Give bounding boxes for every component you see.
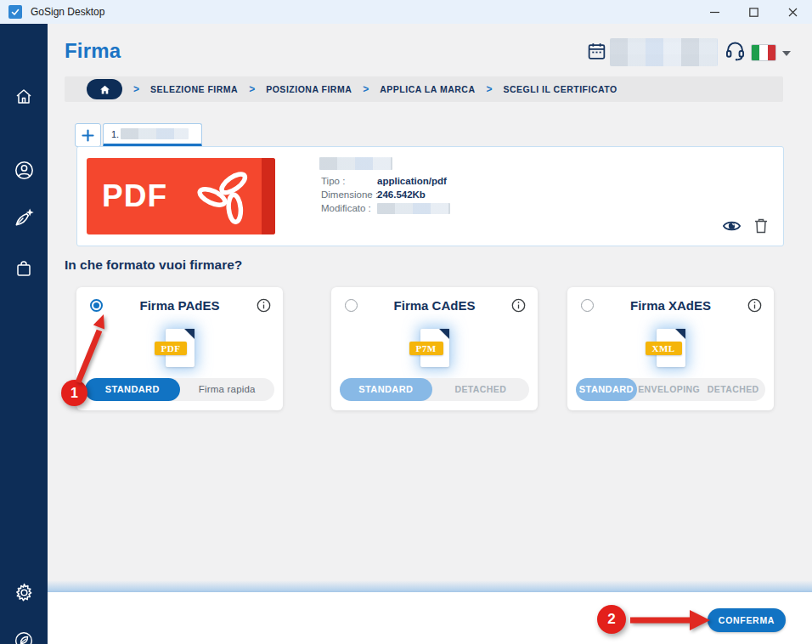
pades-info-icon[interactable]: [257, 298, 271, 313]
format-card-xades: Firma XAdES XML STANDARD ENVELOPING DETA…: [567, 287, 774, 410]
support-headset-icon[interactable]: [724, 39, 747, 62]
annotation-arrow-2: [610, 602, 716, 639]
app-logo-icon: [8, 5, 22, 19]
document-tab-1[interactable]: 1.: [103, 123, 202, 147]
cades-doc-badge: P7M: [409, 342, 443, 355]
pdf-preview-icon: PDF: [87, 158, 275, 234]
close-button[interactable]: [773, 0, 812, 24]
format-card-cades: Firma CAdES P7M STANDARD DETACHED: [331, 287, 538, 410]
file-size-label: Dimensione :: [321, 189, 378, 200]
tab-label: 1.: [111, 129, 119, 139]
breadcrumb-separator: [486, 83, 492, 95]
sidebar-nav: [0, 24, 48, 644]
xades-doc-icon: XML: [567, 321, 774, 374]
breadcrumb-item-scegli-il-certificato[interactable]: SCEGLI IL CERTIFICATO: [503, 84, 617, 94]
file-modified-label: Modificato :: [321, 203, 371, 213]
breadcrumb-item-posiziona-firma[interactable]: POSIZIONA FIRMA: [266, 84, 352, 94]
breadcrumb-item-selezione-firma[interactable]: SELEZIONE FIRMA: [150, 84, 238, 94]
cades-radio[interactable]: [345, 299, 358, 312]
calendar-icon[interactable]: [586, 41, 607, 62]
cades-info-icon[interactable]: [511, 298, 526, 313]
document-info-card: PDF Tipo : application/pdf Dimensione : …: [76, 146, 784, 246]
xades-info-icon[interactable]: [747, 298, 762, 313]
signature-pen-icon[interactable]: [10, 204, 37, 231]
format-question-heading: In che formato vuoi firmare?: [65, 257, 242, 273]
shopping-bag-icon[interactable]: [10, 255, 37, 282]
cades-doc-icon: P7M: [331, 321, 538, 374]
cades-option-track: STANDARD DETACHED: [340, 378, 529, 401]
language-dropdown-caret[interactable]: [782, 51, 791, 56]
filename-blurred: [319, 157, 392, 170]
xades-title: Firma XAdES: [594, 298, 747, 313]
preview-eye-icon[interactable]: [723, 219, 741, 233]
title-bar: GoSign Desktop: [0, 0, 812, 24]
pdf-logo-text: PDF: [102, 178, 167, 214]
eco-leaf-icon[interactable]: [10, 627, 37, 644]
home-icon[interactable]: [10, 83, 37, 110]
settings-gear-icon[interactable]: [10, 579, 37, 606]
user-profile-icon[interactable]: [10, 156, 37, 184]
language-flag-italy[interactable]: [751, 44, 776, 61]
file-size-value: 246.542Kb: [377, 189, 426, 200]
breadcrumb-home-icon[interactable]: [87, 79, 122, 99]
pades-option-firma-rapida[interactable]: Firma rapida: [180, 378, 275, 401]
cades-option-standard[interactable]: STANDARD: [340, 378, 432, 401]
file-type-label: Tipo :: [321, 176, 345, 186]
xades-option-track: STANDARD ENVELOPING DETACHED: [576, 378, 765, 401]
page-title: Firma: [65, 39, 121, 63]
adobe-ribbon-icon: [187, 158, 265, 234]
pades-title: Firma PAdES: [103, 298, 257, 313]
window-title: GoSign Desktop: [31, 6, 104, 18]
breadcrumb-item-applica-la-marca[interactable]: APPLICA LA MARCA: [380, 84, 475, 94]
cades-title: Firma CAdES: [358, 298, 511, 313]
xades-doc-badge: XML: [646, 342, 682, 355]
add-document-button[interactable]: [75, 123, 101, 147]
gosign-desktop-window: GoSign Desktop: [0, 0, 812, 644]
minimize-button[interactable]: [695, 0, 734, 24]
xades-option-standard[interactable]: STANDARD: [576, 378, 637, 401]
xades-option-enveloping[interactable]: ENVELOPING: [637, 378, 702, 401]
file-type-value: application/pdf: [377, 176, 447, 186]
file-modified-blurred: [377, 203, 450, 214]
delete-trash-icon[interactable]: [754, 217, 768, 234]
pades-doc-badge: PDF: [155, 342, 188, 355]
breadcrumb-separator: [249, 83, 255, 95]
tab-filename-blurred: [121, 128, 189, 139]
breadcrumb: SELEZIONE FIRMA POSIZIONA FIRMA APPLICA …: [65, 76, 783, 102]
user-account-blurred: [610, 38, 718, 66]
xades-option-detached[interactable]: DETACHED: [701, 378, 765, 401]
annotation-arrow-1: [66, 304, 117, 389]
breadcrumb-separator: [363, 83, 369, 95]
maximize-button[interactable]: [734, 0, 773, 24]
xades-radio[interactable]: [581, 299, 594, 312]
breadcrumb-separator: [133, 83, 139, 95]
cades-option-detached[interactable]: DETACHED: [432, 378, 529, 401]
conferma-button[interactable]: CONFERMA: [708, 608, 786, 632]
